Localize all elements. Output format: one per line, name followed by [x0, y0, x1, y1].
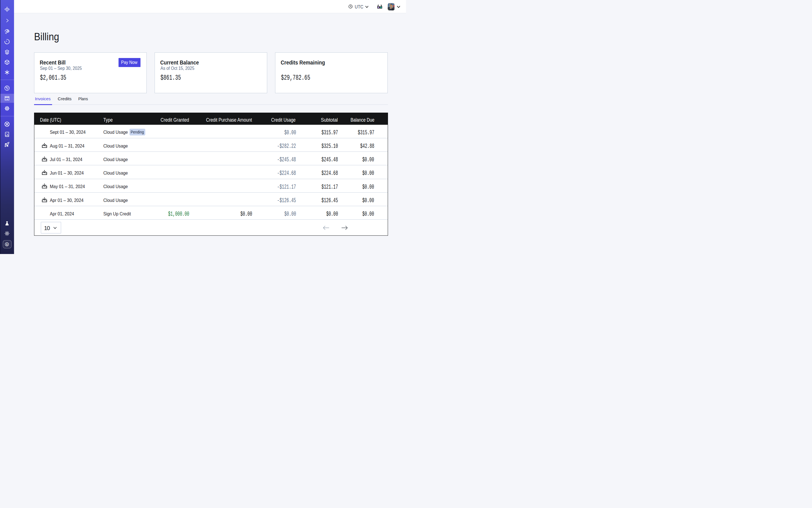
svg-text:$: $ — [6, 243, 8, 246]
